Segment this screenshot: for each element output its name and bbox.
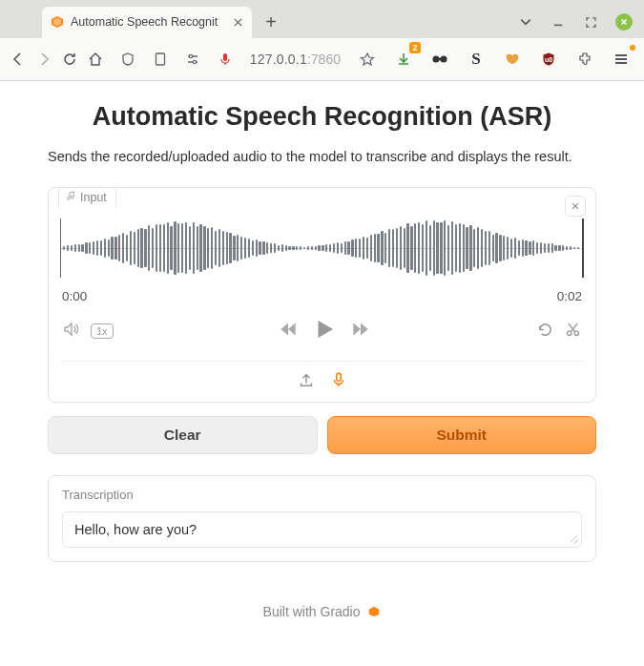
waveform-bar (455, 224, 457, 271)
waveform-bar (406, 223, 408, 272)
waveform-bar (503, 236, 505, 260)
waveform-bar (199, 224, 201, 271)
waveform-bar (174, 221, 176, 275)
upload-icon[interactable] (298, 371, 315, 392)
fast-forward-icon[interactable] (350, 319, 371, 343)
minimize-icon[interactable] (551, 14, 566, 30)
waveform-bar (396, 228, 398, 269)
extensions-icon[interactable] (571, 46, 598, 73)
waveform-bar (404, 228, 405, 268)
downloads-button[interactable]: 2 (390, 46, 417, 73)
waveform-bar (144, 229, 146, 267)
settings-toggle-icon[interactable] (179, 46, 206, 73)
waveform-bar (108, 239, 110, 258)
waveform-bar (207, 228, 209, 268)
submit-button[interactable]: Submit (327, 416, 597, 454)
maximize-icon[interactable] (583, 14, 598, 30)
waveform-bar (262, 241, 264, 255)
notification-dot (630, 45, 635, 51)
waveform-bar (270, 243, 272, 253)
waveform-bar (525, 240, 527, 257)
waveform-bar (159, 224, 161, 272)
waveform-bar (229, 233, 231, 264)
clear-button[interactable]: Clear (48, 416, 318, 454)
waveform-bar (307, 246, 309, 250)
waveform-bar (126, 235, 128, 262)
record-icon[interactable] (212, 46, 239, 73)
waveform-bar (211, 227, 213, 270)
waveform-bar (377, 234, 379, 262)
forward-button[interactable] (35, 46, 53, 73)
trim-icon[interactable] (564, 321, 582, 343)
reload-button[interactable] (61, 46, 79, 73)
waveform-bar (333, 243, 335, 252)
waveform-bar (163, 224, 165, 271)
waveform-bar (551, 243, 553, 252)
waveform-bar (355, 239, 357, 257)
stylus-icon[interactable]: S (463, 46, 489, 73)
waveform-bar (344, 241, 346, 256)
waveform-bar (226, 232, 228, 263)
resize-handle-icon[interactable] (570, 535, 579, 545)
bookmark-icon[interactable] (354, 46, 381, 73)
waveform-bar (554, 245, 556, 252)
extension-fox-icon[interactable] (499, 46, 526, 73)
waveform-bar (514, 238, 516, 258)
waveform-bar (140, 228, 142, 268)
waveform-bar (233, 236, 235, 260)
chevron-down-icon[interactable] (518, 14, 533, 30)
waveform-bar (93, 241, 94, 255)
waveform-bar (392, 229, 394, 266)
waveform-bar (410, 226, 412, 270)
new-tab-button[interactable]: + (258, 9, 284, 35)
waveform-bar (544, 243, 546, 254)
svg-rect-1 (156, 53, 164, 65)
waveform-bar (96, 240, 98, 256)
audio-waveform[interactable] (60, 219, 584, 278)
shield-icon[interactable] (114, 46, 141, 73)
url-display[interactable]: 127.0.0.1:7860 (244, 49, 346, 70)
hamburger-menu-icon[interactable] (608, 46, 634, 73)
time-start: 0:00 (62, 289, 87, 303)
tab-bar: Automatic Speech Recognit + (0, 0, 644, 38)
waveform-bar (240, 237, 242, 259)
transcription-output[interactable]: Hello, how are you? (62, 511, 582, 548)
play-icon[interactable] (312, 317, 337, 345)
ublock-icon[interactable]: u0 (535, 46, 562, 73)
playback-speed[interactable]: 1x (91, 323, 114, 339)
waveform-bar (422, 224, 424, 273)
svg-point-3 (193, 60, 196, 63)
panel-close-button[interactable] (565, 196, 586, 217)
window-close-icon[interactable] (615, 13, 633, 31)
back-button[interactable] (10, 46, 28, 73)
transcription-label: Transcription (62, 488, 582, 502)
waveform-bar (148, 225, 150, 271)
browser-tab[interactable]: Automatic Speech Recognit (42, 7, 252, 38)
close-icon[interactable] (231, 15, 244, 29)
waveform-bar (259, 241, 260, 254)
page-icon[interactable] (147, 46, 174, 73)
waveform-bar (418, 222, 420, 273)
rewind-icon[interactable] (278, 319, 299, 343)
waveform-bar (370, 235, 372, 261)
mask-icon[interactable] (426, 46, 453, 73)
waveform-bar (463, 224, 465, 273)
waveform-bar (81, 244, 83, 253)
home-button[interactable] (87, 46, 105, 73)
svg-rect-0 (554, 25, 562, 27)
waveform-bar (152, 228, 154, 269)
waveform-bar (495, 233, 497, 263)
waveform-bar (429, 225, 431, 272)
waveform-bar (540, 242, 542, 255)
microphone-icon[interactable] (330, 371, 347, 392)
volume-icon[interactable] (62, 320, 81, 343)
waveform-bar (71, 245, 73, 251)
waveform-bar (130, 231, 132, 265)
waveform-bar (522, 239, 524, 257)
undo-icon[interactable] (536, 321, 554, 343)
waveform-bar (248, 239, 250, 259)
gradio-favicon-icon (50, 14, 65, 30)
waveform-bar (278, 245, 280, 252)
waveform-bar (433, 220, 435, 276)
svg-rect-7 (436, 58, 444, 60)
